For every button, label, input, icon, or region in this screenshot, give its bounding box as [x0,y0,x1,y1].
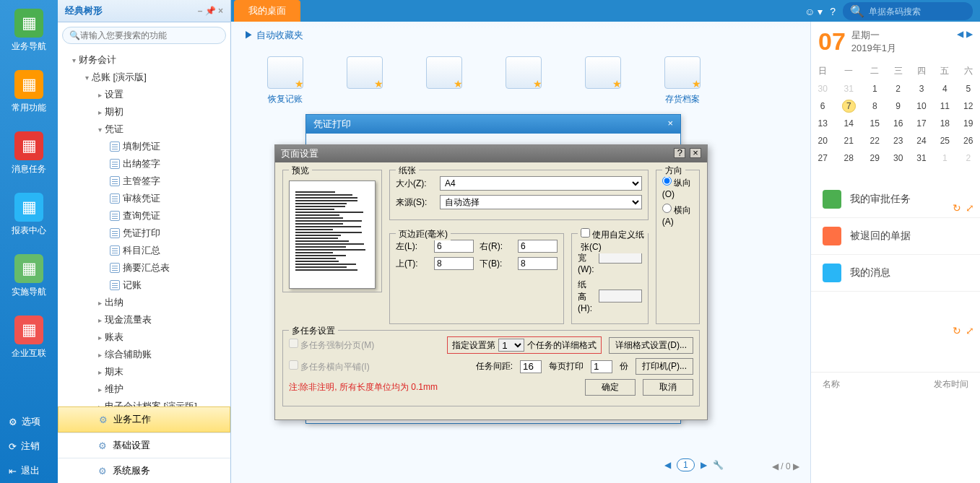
custom-paper-check[interactable] [581,228,590,238]
tree-node[interactable]: ▸综合辅助账 [58,346,230,363]
tree-node[interactable]: ▸期初 [58,103,230,121]
calendar-day[interactable]: 19 [957,115,980,132]
tree-leaf[interactable]: 科目汇总 [58,242,230,259]
calendar-day[interactable]: 4 [933,80,956,97]
cancel-button[interactable]: 取消 [643,379,693,396]
calendar-day[interactable]: 13 [811,115,834,132]
margin-bottom-input[interactable] [518,257,558,270]
calendar-day[interactable]: 15 [863,115,886,132]
calendar-day[interactable]: 12 [957,97,980,115]
calendar-day[interactable]: 30 [886,149,909,167]
calendar-day[interactable]: 9 [886,97,909,115]
refresh-icon[interactable]: ↻ [953,325,961,336]
calendar-day[interactable]: 7 [834,97,863,115]
close-icon[interactable]: × [690,148,701,158]
task-index-select[interactable]: 1 [498,339,524,352]
calendar-day[interactable]: 31 [834,80,863,97]
tree-node[interactable]: ▸设置 [58,86,230,103]
tree-leaf[interactable]: 主管签字 [58,173,230,190]
calendar-day[interactable]: 27 [811,149,834,167]
tree-tab-系统服务[interactable]: ⚙系统服务 [58,458,230,483]
nav-常用功能[interactable]: ▦常用功能 [0,61,58,123]
nav-bottom-注销[interactable]: ⟳注销 [0,434,58,458]
desktop-item[interactable]: ★ [585,56,621,105]
tree-leaf[interactable]: 摘要汇总表 [58,259,230,277]
calendar-day[interactable]: 29 [863,149,886,167]
calendar-day[interactable]: 8 [863,97,886,115]
desktop-item[interactable]: ★ [426,56,462,105]
calendar-day[interactable]: 23 [886,132,909,149]
nav-bottom-退出[interactable]: ⇤退出 [0,458,58,483]
nav-消息任务[interactable]: ▦消息任务 [0,123,58,184]
close-icon[interactable]: × [667,118,673,131]
calendar-day[interactable]: 2 [886,80,909,97]
calendar-day[interactable]: 22 [863,132,886,149]
help-icon[interactable]: ? [674,148,685,158]
calendar-day[interactable]: 11 [933,97,956,115]
top-search-input[interactable] [869,6,970,17]
calendar-day[interactable]: 21 [834,132,863,149]
tab-desktop[interactable]: 我的桌面 [234,0,300,22]
tree-node[interactable]: ▸账表 [58,328,230,346]
tree-leaf[interactable]: 审核凭证 [58,190,230,207]
calendar-day[interactable]: 31 [910,149,933,167]
force-page-check[interactable]: 多任务强制分页(M) [289,339,374,352]
paper-source-select[interactable]: 自动选择 [440,195,642,209]
calendar-day[interactable]: 30 [811,80,834,97]
nav-企业互联[interactable]: ▦企业互联 [0,307,58,368]
tree-search-input[interactable] [62,27,226,44]
tree-leaf[interactable]: 记账 [58,277,230,294]
nav-实施导航[interactable]: ▦实施导航 [0,245,58,307]
calendar-day[interactable]: 2 [957,149,980,167]
calendar-day[interactable]: 26 [957,132,980,149]
tree-node[interactable]: ▾凭证 [58,121,230,138]
calendar-day[interactable]: 14 [834,115,863,132]
tree-header-icons[interactable]: – 📌 × [198,6,223,16]
right-list-item[interactable]: 被退回的单据 [811,218,980,255]
calendar-day[interactable]: 18 [933,115,956,132]
calendar-day[interactable]: 10 [910,97,933,115]
tree-leaf[interactable]: 凭证打印 [58,225,230,242]
calendar-day[interactable]: 24 [910,132,933,149]
desktop-item[interactable]: ★恢复记账 [267,56,303,105]
calendar-day[interactable]: 3 [910,80,933,97]
tree-leaf[interactable]: 查询凭证 [58,207,230,225]
per-page-input[interactable] [591,360,612,373]
calendar-day[interactable]: 1 [863,80,886,97]
right-list-item[interactable]: 我的消息 [811,255,980,292]
refresh-icon[interactable]: ↻ [953,202,961,214]
portrait-radio[interactable]: 纵向(O) [662,176,693,199]
nav-报表中心[interactable]: ▦报表中心 [0,184,58,245]
calendar-day[interactable]: 16 [886,115,909,132]
top-search[interactable]: 🔍 [843,2,973,20]
desktop-item[interactable]: ★ [347,56,383,105]
landscape-radio[interactable]: 横向(A) [662,204,693,227]
paper-height-input[interactable] [599,290,642,303]
calendar-day[interactable]: 20 [811,132,834,149]
margin-right-input[interactable] [518,240,558,253]
tree-tab-基础设置[interactable]: ⚙基础设置 [58,432,230,458]
tree-node[interactable]: ▸出纳 [58,294,230,311]
smiley-icon[interactable]: ☺ ▾ [805,6,823,17]
tree-node-root[interactable]: ▾财务会计 [58,51,230,69]
printer-button[interactable]: 打印机(P)... [636,358,693,375]
refresh-icon[interactable]: 🔧 [713,460,724,470]
expand-icon[interactable]: ⤢ [966,202,974,214]
expand-icon[interactable]: ⤢ [966,325,974,336]
help-icon[interactable]: ? [830,6,836,17]
tree-leaf[interactable]: 出纳签字 [58,155,230,173]
tree-node[interactable]: ▸维护 [58,380,230,398]
horiz-flat-check[interactable]: 多任务横向平铺(I) [289,360,370,373]
tree-tab-业务工作[interactable]: ⚙业务工作 [58,406,230,432]
tree-leaf[interactable]: 填制凭证 [58,138,230,155]
calendar-day[interactable]: 28 [834,149,863,167]
desktop-item[interactable]: ★存货档案 [664,56,701,105]
margin-top-input[interactable] [434,257,474,270]
pagination[interactable]: ◀1▶ 🔧 [664,458,724,471]
calendar-day[interactable]: 1 [933,149,956,167]
calendar-day[interactable]: 6 [811,97,834,115]
desktop-item[interactable]: ★ [506,56,542,105]
tree-node[interactable]: ▸现金流量表 [58,311,230,328]
tree-node-ledger[interactable]: ▾总账 [演示版] [58,69,230,86]
calendar-nav[interactable]: ◀▶ [957,29,973,39]
